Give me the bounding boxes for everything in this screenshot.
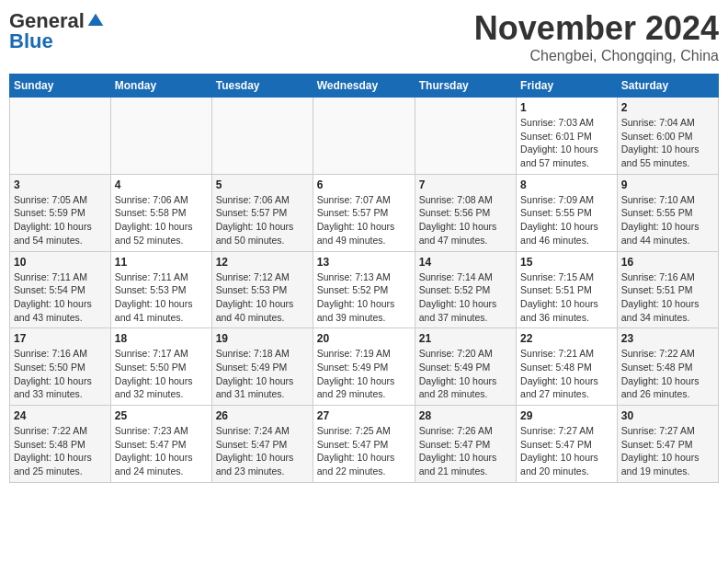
day-number: 16 [621, 256, 714, 269]
calendar-day-cell [110, 98, 211, 175]
calendar-day-cell [313, 98, 415, 175]
calendar-day-cell: 2Sunrise: 7:04 AM Sunset: 6:00 PM Daylig… [617, 98, 718, 175]
day-number: 18 [115, 332, 208, 345]
calendar-day-cell: 5Sunrise: 7:06 AM Sunset: 5:57 PM Daylig… [211, 174, 313, 251]
weekday-header: Saturday [617, 75, 718, 98]
calendar-day-cell: 27Sunrise: 7:25 AM Sunset: 5:47 PM Dayli… [313, 406, 415, 483]
day-info: Sunrise: 7:27 AM Sunset: 5:47 PM Dayligh… [520, 424, 613, 478]
calendar-day-cell: 3Sunrise: 7:05 AM Sunset: 5:59 PM Daylig… [10, 174, 111, 251]
day-number: 7 [419, 178, 512, 191]
day-number: 10 [14, 256, 107, 269]
day-number: 23 [621, 332, 714, 345]
day-number: 17 [14, 332, 107, 345]
calendar-day-cell: 26Sunrise: 7:24 AM Sunset: 5:47 PM Dayli… [211, 406, 313, 483]
day-number: 25 [115, 409, 208, 422]
calendar-day-cell: 24Sunrise: 7:22 AM Sunset: 5:48 PM Dayli… [10, 406, 111, 483]
logo-icon [86, 12, 105, 30]
day-number: 1 [520, 101, 613, 114]
day-info: Sunrise: 7:10 AM Sunset: 5:55 PM Dayligh… [621, 193, 714, 247]
calendar-week-row: 24Sunrise: 7:22 AM Sunset: 5:48 PM Dayli… [10, 406, 719, 483]
calendar-week-row: 1Sunrise: 7:03 AM Sunset: 6:01 PM Daylig… [10, 98, 719, 175]
day-info: Sunrise: 7:26 AM Sunset: 5:47 PM Dayligh… [419, 424, 512, 478]
day-info: Sunrise: 7:16 AM Sunset: 5:50 PM Dayligh… [14, 347, 107, 401]
day-info: Sunrise: 7:13 AM Sunset: 5:52 PM Dayligh… [317, 270, 411, 325]
day-info: Sunrise: 7:24 AM Sunset: 5:47 PM Dayligh… [216, 424, 309, 478]
day-info: Sunrise: 7:27 AM Sunset: 5:47 PM Dayligh… [621, 424, 714, 478]
day-info: Sunrise: 7:12 AM Sunset: 5:53 PM Dayligh… [216, 270, 309, 325]
day-number: 30 [621, 409, 714, 422]
day-info: Sunrise: 7:25 AM Sunset: 5:47 PM Dayligh… [317, 424, 411, 478]
calendar-day-cell: 13Sunrise: 7:13 AM Sunset: 5:52 PM Dayli… [313, 251, 415, 328]
calendar-day-cell: 23Sunrise: 7:22 AM Sunset: 5:48 PM Dayli… [617, 328, 718, 406]
day-info: Sunrise: 7:04 AM Sunset: 6:00 PM Dayligh… [621, 116, 714, 170]
day-number: 20 [317, 332, 411, 345]
calendar-day-cell: 12Sunrise: 7:12 AM Sunset: 5:53 PM Dayli… [211, 251, 313, 328]
day-number: 13 [317, 256, 411, 269]
weekday-header: Friday [517, 75, 618, 98]
calendar-day-cell: 1Sunrise: 7:03 AM Sunset: 6:01 PM Daylig… [517, 98, 618, 175]
day-number: 19 [216, 332, 309, 345]
day-info: Sunrise: 7:23 AM Sunset: 5:47 PM Dayligh… [115, 424, 208, 478]
page-header: General Blue November 2024 Chengbei, Cho… [9, 9, 719, 64]
day-info: Sunrise: 7:06 AM Sunset: 5:58 PM Dayligh… [115, 193, 208, 247]
day-info: Sunrise: 7:22 AM Sunset: 5:48 PM Dayligh… [14, 424, 107, 478]
day-number: 28 [419, 409, 512, 422]
day-info: Sunrise: 7:07 AM Sunset: 5:57 PM Dayligh… [317, 193, 411, 247]
calendar-day-cell: 29Sunrise: 7:27 AM Sunset: 5:47 PM Dayli… [517, 406, 618, 483]
calendar-day-cell: 14Sunrise: 7:14 AM Sunset: 5:52 PM Dayli… [415, 251, 516, 328]
calendar-day-cell: 30Sunrise: 7:27 AM Sunset: 5:47 PM Dayli… [617, 406, 718, 483]
calendar-day-cell: 18Sunrise: 7:17 AM Sunset: 5:50 PM Dayli… [110, 328, 211, 406]
day-info: Sunrise: 7:09 AM Sunset: 5:55 PM Dayligh… [520, 193, 613, 247]
weekday-header: Tuesday [211, 75, 313, 98]
calendar-day-cell: 28Sunrise: 7:26 AM Sunset: 5:47 PM Dayli… [415, 406, 516, 483]
calendar-day-cell: 15Sunrise: 7:15 AM Sunset: 5:51 PM Dayli… [517, 251, 618, 328]
calendar-week-row: 17Sunrise: 7:16 AM Sunset: 5:50 PM Dayli… [10, 328, 719, 406]
day-info: Sunrise: 7:08 AM Sunset: 5:56 PM Dayligh… [419, 193, 512, 247]
day-number: 6 [317, 178, 411, 191]
day-number: 8 [520, 178, 613, 191]
day-info: Sunrise: 7:16 AM Sunset: 5:51 PM Dayligh… [621, 270, 714, 325]
calendar-week-row: 10Sunrise: 7:11 AM Sunset: 5:54 PM Dayli… [10, 251, 719, 328]
day-info: Sunrise: 7:06 AM Sunset: 5:57 PM Dayligh… [216, 193, 309, 247]
weekday-header: Monday [110, 75, 211, 98]
day-info: Sunrise: 7:15 AM Sunset: 5:51 PM Dayligh… [520, 270, 613, 325]
day-number: 27 [317, 409, 411, 422]
title-area: November 2024 Chengbei, Chongqing, China [474, 9, 719, 64]
calendar-day-cell: 11Sunrise: 7:11 AM Sunset: 5:53 PM Dayli… [110, 251, 211, 328]
calendar-day-cell: 22Sunrise: 7:21 AM Sunset: 5:48 PM Dayli… [517, 328, 618, 406]
day-info: Sunrise: 7:20 AM Sunset: 5:49 PM Dayligh… [419, 347, 512, 401]
day-number: 2 [621, 101, 714, 114]
day-number: 3 [14, 178, 107, 191]
logo: General Blue [9, 9, 105, 53]
calendar-day-cell: 8Sunrise: 7:09 AM Sunset: 5:55 PM Daylig… [517, 174, 618, 251]
calendar-day-cell: 4Sunrise: 7:06 AM Sunset: 5:58 PM Daylig… [110, 174, 211, 251]
calendar-table: SundayMondayTuesdayWednesdayThursdayFrid… [9, 74, 719, 483]
day-info: Sunrise: 7:11 AM Sunset: 5:53 PM Dayligh… [115, 270, 208, 325]
day-number: 9 [621, 178, 714, 191]
calendar-day-cell [10, 98, 111, 175]
day-number: 5 [216, 178, 309, 191]
day-info: Sunrise: 7:14 AM Sunset: 5:52 PM Dayligh… [419, 270, 512, 325]
day-number: 11 [115, 256, 208, 269]
calendar-day-cell: 25Sunrise: 7:23 AM Sunset: 5:47 PM Dayli… [110, 406, 211, 483]
day-number: 12 [216, 256, 309, 269]
calendar-day-cell: 7Sunrise: 7:08 AM Sunset: 5:56 PM Daylig… [415, 174, 516, 251]
day-info: Sunrise: 7:05 AM Sunset: 5:59 PM Dayligh… [14, 193, 107, 247]
weekday-header: Wednesday [313, 75, 415, 98]
day-number: 4 [115, 178, 208, 191]
day-number: 21 [419, 332, 512, 345]
calendar-day-cell: 17Sunrise: 7:16 AM Sunset: 5:50 PM Dayli… [10, 328, 111, 406]
calendar-week-row: 3Sunrise: 7:05 AM Sunset: 5:59 PM Daylig… [10, 174, 719, 251]
day-info: Sunrise: 7:17 AM Sunset: 5:50 PM Dayligh… [115, 347, 208, 401]
day-number: 29 [520, 409, 613, 422]
day-number: 14 [419, 256, 512, 269]
svg-marker-0 [88, 14, 104, 26]
day-number: 22 [520, 332, 613, 345]
day-number: 24 [14, 409, 107, 422]
day-info: Sunrise: 7:19 AM Sunset: 5:49 PM Dayligh… [317, 347, 411, 401]
calendar-header-row: SundayMondayTuesdayWednesdayThursdayFrid… [10, 75, 719, 98]
month-title: November 2024 [474, 9, 719, 48]
day-info: Sunrise: 7:11 AM Sunset: 5:54 PM Dayligh… [14, 270, 107, 325]
logo-blue-text: Blue [9, 29, 53, 53]
calendar-day-cell: 20Sunrise: 7:19 AM Sunset: 5:49 PM Dayli… [313, 328, 415, 406]
